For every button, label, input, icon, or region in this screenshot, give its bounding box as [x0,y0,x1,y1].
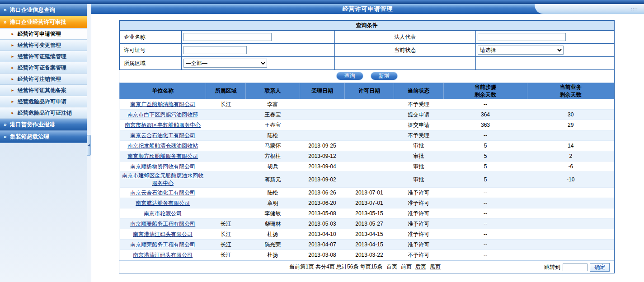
table-row: 南京港清江码头有限公司长江杜扬2013-03-082013-03-22不予许可-… [120,250,614,260]
sidebar-item[interactable]: ►经营许可变更管理 [0,40,87,51]
company-name-link[interactable]: 南京顺珊船务工程有限公司 [130,221,195,227]
page-nav-link[interactable]: 尾页 [430,264,441,270]
empty-cell [475,57,614,70]
arrow-icon: ► [11,32,14,36]
arrow-icon: ► [11,100,14,104]
sidebar-item[interactable]: ►经营危险品许可证注销 [0,107,87,119]
sidebar-group[interactable]: »港口企业信息查询 [0,4,87,16]
sidebar-splitter[interactable]: ◀ [87,4,91,282]
company-name-link[interactable]: 南京顺荣船务工程有限公司 [130,241,195,248]
double-chevron-icon: » [4,7,7,13]
sidebar-group[interactable]: »港口企业经营许可审批 [0,16,87,28]
company-name-link[interactable]: 南京顺扬物资回收有限公司 [130,163,195,170]
company-name-link[interactable]: 南京市白下区恩赐污油回收部 [127,111,198,118]
table-cell: -- [443,188,527,198]
company-name-link[interactable]: 南京航达船务有限公司 [136,200,190,206]
page-nav-link[interactable]: 前页 [401,264,412,270]
table-cell: 29 [527,120,614,130]
table-cell: 审批 [394,172,443,188]
table-cell: 陆松 [245,130,300,141]
page-nav-link[interactable]: 后页 [415,264,426,270]
table-cell [300,99,344,110]
jump-page-input[interactable] [563,264,588,271]
company-name-link[interactable]: 南京纪发船舶清仓残油回收站 [127,143,198,149]
pagination-bar: 当前第1页 共分4页 总计56条 每页15条 首页前页后页尾页 跳转到 确定 [119,260,614,273]
table-cell [206,130,246,141]
company-name-link[interactable]: 南京云合石油化工有限公司 [130,190,195,196]
region-label: 所属区域 [120,57,182,70]
table-cell: 南京纪发船舶清仓残油回收站 [120,141,206,151]
company-name-link[interactable]: 南京市栖霞区丰辉船舶服务中心 [125,122,201,128]
main-area: 经营许可申请管理 ∷∷ 查询条件 企业名称 法人代表 [91,4,644,282]
table-cell [344,162,394,172]
sidebar-item[interactable]: ►经营许可证备案管理 [0,62,87,74]
arrow-icon: ► [11,43,14,47]
sidebar-item[interactable]: ►经营危险品许可申请 [0,96,87,107]
table-cell [527,208,614,219]
table-cell: 长江 [206,250,246,260]
company-name-link[interactable]: 南京港清江码头有限公司 [133,231,193,237]
table-cell: -- [443,219,527,229]
company-name-link[interactable]: 南京顺方欣船舶服务有限公司 [127,153,198,159]
license-no-label: 许可证号 [120,44,182,57]
sidebar-item[interactable]: ►经营许可注销管理 [0,74,87,85]
company-name-input[interactable] [183,33,272,41]
collapse-handle-icon[interactable]: ◀ [87,135,91,156]
table-cell: 陆松 [245,188,300,198]
table-cell: 南京顺珊船务工程有限公司 [120,219,206,229]
sidebar-item-label: 经营危险品许可申请 [18,98,66,106]
sidebar-group[interactable]: »集装箱超载治理 [0,131,87,143]
table-cell: 王春宝 [245,120,300,130]
company-name-link[interactable]: 南京市建邺区金元船舶废油水回收服务中心 [122,172,203,186]
table-cell: 准予许可 [394,229,443,240]
company-name-label: 企业名称 [120,31,182,44]
table-cell: 5 [443,172,527,188]
license-no-input[interactable] [183,46,247,54]
table-cell: 蒋新元 [245,172,300,188]
double-chevron-icon: » [4,121,7,128]
table-cell: 准予许可 [394,188,443,198]
table-cell: 364 [443,110,527,120]
sidebar-item[interactable]: ►经营许可证延续管理 [0,51,87,62]
legal-rep-input[interactable] [478,33,566,41]
action-button-row: 查询 新增 [119,70,614,83]
table-cell: 准予许可 [394,198,443,208]
sidebar-group[interactable]: »港口普货作业报港 [0,119,87,131]
table-row: 南京纪发船舶清仓残油回收站马蒙怀2013-09-25审批514 [120,141,614,151]
sidebar-item-label: 经营许可证延续管理 [18,53,66,60]
company-name-link[interactable]: 南京市轮渡公司 [144,210,182,217]
sidebar-item[interactable]: ►经营许可申请管理 [0,28,87,40]
table-row: 南京航达船务有限公司章明2013-06-202013-07-01准予许可-- [120,198,614,208]
table-cell: 章明 [245,198,300,208]
table-cell: 南京市轮渡公司 [120,208,206,219]
sidebar-item-label: 经营危险品许可证注销 [18,109,72,117]
status-label: 当前状态 [334,44,475,57]
table-cell: 长江 [206,240,246,250]
search-button[interactable]: 查询 [336,72,363,80]
jump-confirm-button[interactable]: 确定 [590,263,610,272]
table-cell: 南京顺荣船务工程有限公司 [120,240,206,250]
region-select[interactable]: —全部— [183,59,267,68]
sidebar-item-label: 经营许可注销管理 [18,75,61,83]
company-name-link[interactable]: 南京广益船舶清舱有限公司 [130,101,195,107]
page-info: 当前第1页 共分4页 总计56条 每页15条 [289,263,382,271]
table-cell: -6 [527,162,614,172]
table-cell: 陈光荣 [245,240,300,250]
table-cell: 杜扬 [245,229,300,240]
sidebar-group-label: 港口企业信息查询 [10,6,55,14]
sidebar: »港口企业信息查询»港口企业经营许可审批►经营许可申请管理►经营许可变更管理►经… [0,4,87,282]
table-cell [206,188,246,198]
add-button[interactable]: 新增 [371,72,398,80]
sidebar-item[interactable]: ►经营许可证其他备案 [0,85,87,96]
jump-label: 跳转到 [544,264,560,271]
page-nav-link[interactable]: 首页 [386,264,397,270]
company-name-link[interactable]: 南京港清江码头有限公司 [133,252,193,258]
table-cell: 李富 [245,99,300,110]
table-cell: 马蒙怀 [245,141,300,151]
company-name-link[interactable]: 南京云合石油化工有限公司 [130,132,195,139]
status-select[interactable]: 请选择 [478,46,564,55]
table-cell [344,151,394,162]
table-cell: 胡兵 [245,162,300,172]
table-cell [206,141,246,151]
column-header: 所属区域 [206,83,246,99]
